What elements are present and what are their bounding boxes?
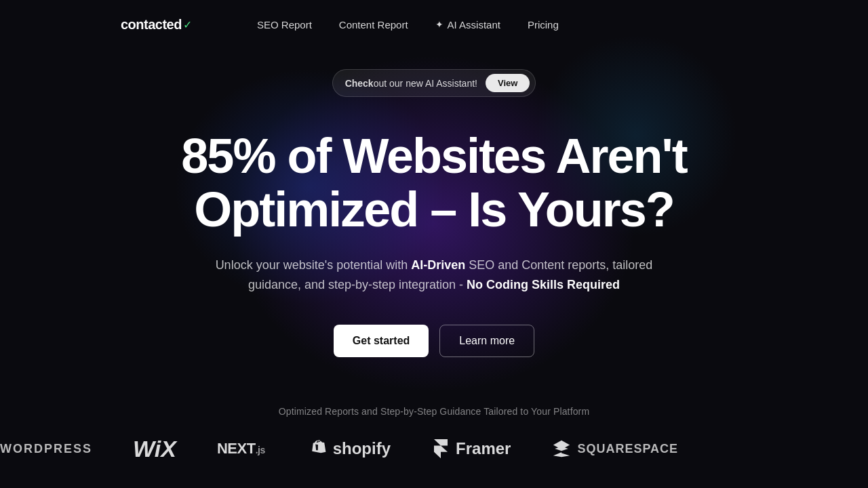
shopify-logo: shopify	[306, 439, 391, 458]
logo[interactable]: contacted ✓	[33, 14, 192, 35]
wix-logo: WiX	[133, 436, 176, 462]
hero-subtext: Unlock your website's potential with AI-…	[203, 256, 665, 295]
announcement-bar: Checkout our new AI Assistant! View	[332, 69, 536, 97]
learn-more-button[interactable]: Learn more	[439, 325, 534, 357]
wordpress-logo: WORDPRESS	[0, 442, 92, 456]
squarespace-logo: SQUARESPACE	[551, 439, 678, 458]
announcement-text: Checkout our new AI Assistant!	[345, 78, 477, 89]
nav-content-report[interactable]: Content Report	[328, 14, 419, 36]
logo-wordmark: contacted	[121, 17, 182, 33]
cta-group: Get started Learn more	[334, 325, 534, 357]
platforms-label: Optimized Reports and Step-by-Step Guida…	[279, 406, 589, 417]
nav-ai-assistant[interactable]: ✦ AI Assistant	[425, 14, 511, 36]
nav-links: SEO Report Content Report ✦ AI Assistant…	[246, 14, 835, 36]
logo-strip-inner: WORDPRESS WiX NEXT.js shopify	[0, 436, 868, 462]
nav-seo-report[interactable]: SEO Report	[246, 14, 323, 36]
logo-checkmark: ✓	[183, 18, 192, 31]
nav-pricing[interactable]: Pricing	[517, 14, 570, 36]
announcement-view-button[interactable]: View	[486, 74, 530, 92]
logo-strip: WORDPRESS WiX NEXT.js shopify	[0, 436, 868, 462]
get-started-button[interactable]: Get started	[334, 325, 429, 357]
nextjs-logo: NEXT.js	[217, 440, 265, 458]
logo-svg	[33, 14, 121, 35]
platforms-section: Optimized Reports and Step-by-Step Guida…	[0, 406, 868, 462]
highlight-ai-driven: AI-Driven	[411, 258, 465, 272]
framer-logo: Framer	[431, 439, 511, 458]
ai-icon: ✦	[435, 19, 443, 30]
navbar: contacted ✓ SEO Report Content Report ✦ …	[0, 0, 868, 49]
main-content: Checkout our new AI Assistant! View 85% …	[0, 49, 868, 462]
hero-heading: 85% of Websites Aren'tOptimized – Is You…	[181, 129, 686, 237]
highlight-no-coding: No Coding Skills Required	[467, 278, 620, 291]
